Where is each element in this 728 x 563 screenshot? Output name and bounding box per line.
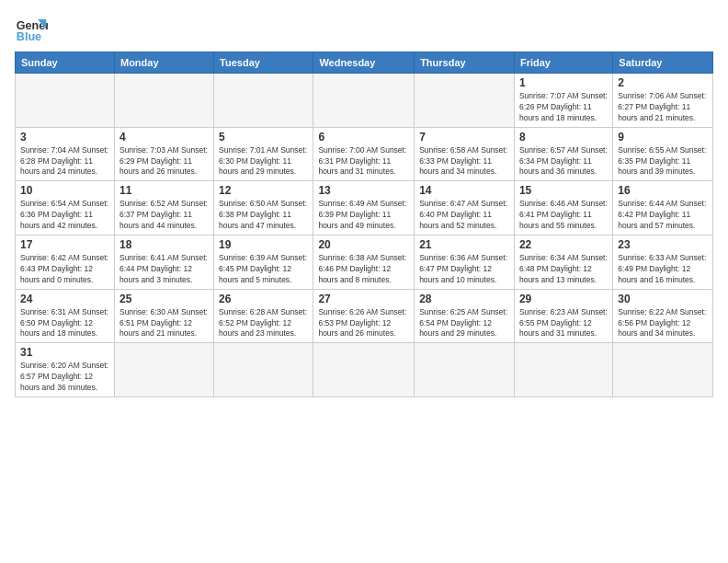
day-info: Sunrise: 6:58 AM Sunset: 6:33 PM Dayligh… [419,145,509,178]
weekday-header-sunday: Sunday [16,52,115,74]
calendar-cell [313,74,415,128]
page-header: General Blue [15,11,713,44]
weekday-header-row: SundayMondayTuesdayWednesdayThursdayFrid… [16,52,713,74]
weekday-header-wednesday: Wednesday [313,52,415,74]
day-number: 7 [419,131,509,144]
calendar-cell: 21Sunrise: 6:36 AM Sunset: 6:47 PM Dayli… [415,236,515,290]
calendar-cell: 30Sunrise: 6:22 AM Sunset: 6:56 PM Dayli… [613,289,713,343]
day-number: 18 [119,238,209,251]
calendar-cell [214,343,313,397]
calendar-cell: 28Sunrise: 6:25 AM Sunset: 6:54 PM Dayli… [415,289,515,343]
calendar-cell [613,343,713,397]
day-number: 20 [318,238,409,251]
day-number: 2 [618,76,708,89]
calendar-cell: 25Sunrise: 6:30 AM Sunset: 6:51 PM Dayli… [114,289,213,343]
day-info: Sunrise: 6:50 AM Sunset: 6:38 PM Dayligh… [219,199,308,232]
day-number: 3 [20,131,109,144]
logo-icon: General Blue [15,11,48,44]
calendar-week-2: 3Sunrise: 7:04 AM Sunset: 6:28 PM Daylig… [16,127,713,181]
weekday-header-friday: Friday [514,52,612,74]
day-info: Sunrise: 6:57 AM Sunset: 6:34 PM Dayligh… [519,145,608,178]
weekday-header-monday: Monday [114,52,213,74]
day-number: 27 [318,293,409,305]
day-number: 22 [519,238,608,251]
day-info: Sunrise: 6:30 AM Sunset: 6:51 PM Dayligh… [119,307,209,340]
calendar-cell: 10Sunrise: 6:54 AM Sunset: 6:36 PM Dayli… [16,181,115,236]
calendar-cell: 19Sunrise: 6:39 AM Sunset: 6:45 PM Dayli… [214,236,313,290]
calendar-cell: 3Sunrise: 7:04 AM Sunset: 6:28 PM Daylig… [16,127,115,181]
day-info: Sunrise: 6:39 AM Sunset: 6:45 PM Dayligh… [219,253,308,286]
calendar-cell: 29Sunrise: 6:23 AM Sunset: 6:55 PM Dayli… [514,289,612,343]
calendar-cell: 13Sunrise: 6:49 AM Sunset: 6:39 PM Dayli… [313,181,415,236]
calendar-cell [114,343,213,397]
calendar-cell [114,74,213,128]
day-info: Sunrise: 6:46 AM Sunset: 6:41 PM Dayligh… [519,199,608,232]
day-number: 15 [519,184,608,197]
calendar-cell [514,343,612,397]
calendar-week-3: 10Sunrise: 6:54 AM Sunset: 6:36 PM Dayli… [16,181,713,236]
calendar-cell: 26Sunrise: 6:28 AM Sunset: 6:52 PM Dayli… [214,289,313,343]
day-info: Sunrise: 6:52 AM Sunset: 6:37 PM Dayligh… [119,199,209,232]
day-info: Sunrise: 7:00 AM Sunset: 6:31 PM Dayligh… [318,145,409,178]
day-number: 23 [618,238,708,251]
svg-text:Blue: Blue [17,30,41,43]
day-number: 26 [219,293,308,305]
day-info: Sunrise: 6:33 AM Sunset: 6:49 PM Dayligh… [618,253,708,286]
day-number: 30 [618,293,708,305]
calendar-cell: 4Sunrise: 7:03 AM Sunset: 6:29 PM Daylig… [114,127,213,181]
day-number: 4 [119,131,209,144]
weekday-header-tuesday: Tuesday [214,52,313,74]
calendar-cell: 27Sunrise: 6:26 AM Sunset: 6:53 PM Dayli… [313,289,415,343]
calendar-week-6: 31Sunrise: 6:20 AM Sunset: 6:57 PM Dayli… [16,343,713,397]
day-info: Sunrise: 6:47 AM Sunset: 6:40 PM Dayligh… [419,199,509,232]
calendar-cell: 16Sunrise: 6:44 AM Sunset: 6:42 PM Dayli… [613,181,713,236]
calendar-cell: 1Sunrise: 7:07 AM Sunset: 6:26 PM Daylig… [514,74,612,128]
day-number: 5 [219,131,308,144]
calendar-cell [415,74,515,128]
calendar-cell: 23Sunrise: 6:33 AM Sunset: 6:49 PM Dayli… [613,236,713,290]
day-info: Sunrise: 6:38 AM Sunset: 6:46 PM Dayligh… [318,253,409,286]
day-info: Sunrise: 7:07 AM Sunset: 6:26 PM Dayligh… [519,91,608,124]
calendar-week-1: 1Sunrise: 7:07 AM Sunset: 6:26 PM Daylig… [16,74,713,128]
day-info: Sunrise: 6:23 AM Sunset: 6:55 PM Dayligh… [519,307,608,340]
day-info: Sunrise: 6:44 AM Sunset: 6:42 PM Dayligh… [618,199,708,232]
calendar-cell: 22Sunrise: 6:34 AM Sunset: 6:48 PM Dayli… [514,236,612,290]
calendar-cell: 18Sunrise: 6:41 AM Sunset: 6:44 PM Dayli… [114,236,213,290]
day-number: 1 [519,76,608,89]
day-number: 6 [318,131,409,144]
logo: General Blue [15,11,48,44]
calendar-table: SundayMondayTuesdayWednesdayThursdayFrid… [15,52,713,397]
day-number: 28 [419,293,509,305]
day-number: 13 [318,184,409,197]
day-number: 16 [618,184,708,197]
day-info: Sunrise: 6:55 AM Sunset: 6:35 PM Dayligh… [618,145,708,178]
weekday-header-saturday: Saturday [613,52,713,74]
calendar-cell: 8Sunrise: 6:57 AM Sunset: 6:34 PM Daylig… [514,127,612,181]
day-number: 11 [119,184,209,197]
day-number: 14 [419,184,509,197]
day-info: Sunrise: 6:20 AM Sunset: 6:57 PM Dayligh… [20,361,109,394]
day-info: Sunrise: 6:28 AM Sunset: 6:52 PM Dayligh… [219,307,308,340]
calendar-week-4: 17Sunrise: 6:42 AM Sunset: 6:43 PM Dayli… [16,236,713,290]
day-info: Sunrise: 7:06 AM Sunset: 6:27 PM Dayligh… [618,91,708,124]
day-info: Sunrise: 6:41 AM Sunset: 6:44 PM Dayligh… [119,253,209,286]
day-number: 12 [219,184,308,197]
calendar-cell: 24Sunrise: 6:31 AM Sunset: 6:50 PM Dayli… [16,289,115,343]
calendar-cell: 2Sunrise: 7:06 AM Sunset: 6:27 PM Daylig… [613,74,713,128]
day-info: Sunrise: 6:22 AM Sunset: 6:56 PM Dayligh… [618,307,708,340]
day-info: Sunrise: 6:42 AM Sunset: 6:43 PM Dayligh… [20,253,109,286]
day-info: Sunrise: 7:04 AM Sunset: 6:28 PM Dayligh… [20,145,109,178]
day-info: Sunrise: 6:31 AM Sunset: 6:50 PM Dayligh… [20,307,109,340]
calendar-cell [415,343,515,397]
calendar-cell [313,343,415,397]
calendar-cell [214,74,313,128]
weekday-header-thursday: Thursday [415,52,515,74]
day-info: Sunrise: 7:01 AM Sunset: 6:30 PM Dayligh… [219,145,308,178]
day-number: 29 [519,293,608,305]
day-number: 10 [20,184,109,197]
day-number: 17 [20,238,109,251]
day-info: Sunrise: 6:49 AM Sunset: 6:39 PM Dayligh… [318,199,409,232]
calendar-cell: 7Sunrise: 6:58 AM Sunset: 6:33 PM Daylig… [415,127,515,181]
calendar-cell: 14Sunrise: 6:47 AM Sunset: 6:40 PM Dayli… [415,181,515,236]
calendar-cell: 9Sunrise: 6:55 AM Sunset: 6:35 PM Daylig… [613,127,713,181]
